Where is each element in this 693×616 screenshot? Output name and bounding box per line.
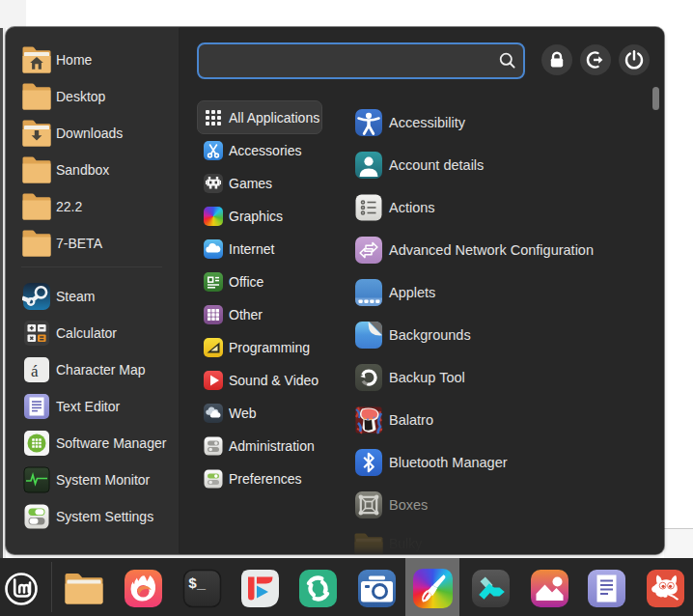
- svg-text:$_: $_: [188, 576, 207, 593]
- svg-text:á: á: [31, 362, 39, 380]
